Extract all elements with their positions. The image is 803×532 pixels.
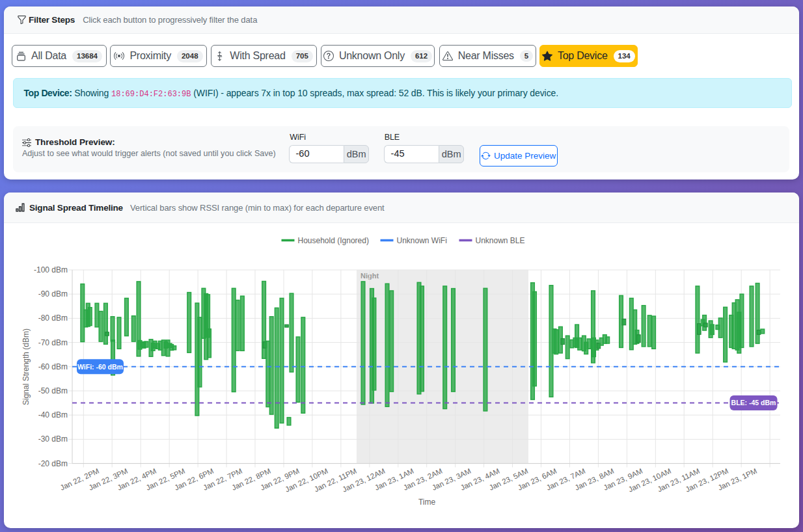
svg-text:BLE: -45 dBm: BLE: -45 dBm	[731, 399, 776, 406]
svg-text:Time: Time	[418, 498, 436, 507]
svg-text:Unknown WiFi: Unknown WiFi	[397, 236, 447, 245]
svg-text:-50 dBm: -50 dBm	[38, 386, 68, 395]
svg-text:-80 dBm: -80 dBm	[38, 313, 68, 323]
svg-text:Unknown BLE: Unknown BLE	[476, 236, 525, 245]
svg-text:-40 dBm: -40 dBm	[38, 410, 68, 419]
svg-text:WiFi: -60 dBm: WiFi: -60 dBm	[77, 363, 123, 371]
svg-text:-20 dBm: -20 dBm	[38, 459, 68, 468]
svg-text:-30 dBm: -30 dBm	[38, 434, 68, 444]
svg-text:-60 dBm: -60 dBm	[38, 362, 68, 371]
svg-text:Signal Strength (dBm): Signal Strength (dBm)	[21, 328, 31, 405]
svg-text:-90 dBm: -90 dBm	[38, 289, 68, 299]
svg-text:Household (Ignored): Household (Ignored)	[298, 236, 369, 245]
svg-text:-100 dBm: -100 dBm	[34, 265, 68, 274]
svg-text:-70 dBm: -70 dBm	[38, 338, 68, 347]
